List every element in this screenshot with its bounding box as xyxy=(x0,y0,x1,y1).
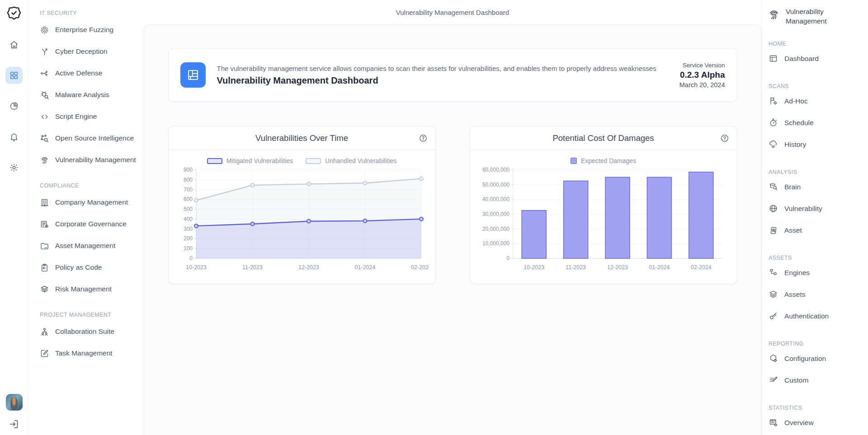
svg-text:11-2023: 11-2023 xyxy=(566,264,586,271)
settings-gear-icon xyxy=(9,163,19,173)
rightbar-item-assets[interactable]: Assets xyxy=(766,284,864,305)
svg-text:600: 600 xyxy=(183,196,192,202)
rightbar-item-vulnerability[interactable]: Vulnerability xyxy=(766,198,864,220)
svg-text:10,000,000: 10,000,000 xyxy=(482,240,509,247)
rail-bottom xyxy=(6,394,23,430)
sidebar-item-company-management[interactable]: Company Management xyxy=(40,192,139,213)
sidebar-item-vulnerability-management[interactable]: Vulnerability Management xyxy=(40,149,139,171)
sidebar-item-cyber-deception[interactable]: Cyber Deception xyxy=(40,41,139,62)
rail-item-notifications-bell[interactable] xyxy=(5,128,23,145)
svg-text:400: 400 xyxy=(183,216,192,222)
nav-item-label: Assets xyxy=(784,290,806,299)
sidebar-item-policy-as-code[interactable]: Policy as Code xyxy=(40,257,139,278)
globe-icon xyxy=(769,204,778,213)
svg-text:700: 700 xyxy=(183,187,192,193)
legend-swatch xyxy=(207,158,222,164)
fingerprint-icon xyxy=(40,155,49,165)
rightbar-item-configuration[interactable]: Configuration xyxy=(766,348,864,370)
sidebar-item-enterprise-fuzzing[interactable]: Enterprise Fuzzing xyxy=(40,19,139,41)
legend-entry: Expected Damages xyxy=(571,157,636,164)
nav-item-label: Engines xyxy=(784,269,810,277)
nav-item-label: Ad-Hoc xyxy=(784,97,808,105)
sidebar-item-asset-management[interactable]: Asset Management xyxy=(40,235,139,257)
rail-nav xyxy=(5,36,23,190)
rightbar-item-asset[interactable]: Asset xyxy=(766,220,864,241)
network-search-icon xyxy=(40,134,49,143)
database-search-icon xyxy=(769,182,778,192)
nav-item-label: Script Engine xyxy=(55,112,97,121)
fuzzing-target-icon xyxy=(40,25,49,35)
sidebar-item-corporate-governance[interactable]: Corporate Governance xyxy=(40,213,139,235)
rightbar-section-label: SCANS xyxy=(769,83,864,89)
svg-text:900: 900 xyxy=(183,167,192,173)
svg-text:500: 500 xyxy=(183,206,192,212)
sidebar-item-open-source-intelligence[interactable]: Open Source Intelligence xyxy=(40,127,139,149)
rail-item-settings-gear[interactable] xyxy=(5,159,23,176)
nav-item-label: Overview xyxy=(784,419,814,427)
sidebar-item-active-defense[interactable]: Active Defense xyxy=(40,62,139,84)
svg-text:800: 800 xyxy=(183,177,192,183)
right-sidebar-nav: HOMEDashboardSCANSAd-HocScheduleHistoryA… xyxy=(766,41,864,434)
help-icon[interactable] xyxy=(419,134,428,143)
service-version-value: 0.2.3 Alpha xyxy=(679,70,725,80)
flag-target-icon xyxy=(769,96,778,106)
pen-lines-icon xyxy=(769,375,778,385)
rail-item-apps-grid[interactable] xyxy=(5,67,23,84)
help-icon[interactable] xyxy=(720,134,729,143)
rightbar-item-ad-hoc[interactable]: Ad-Hoc xyxy=(766,90,864,112)
main-area: Vulnerability Management Dashboard The v… xyxy=(144,0,761,435)
doc-search-icon xyxy=(769,225,778,235)
chart-body: Expected Damages 010,000,00020,000,00030… xyxy=(470,150,737,273)
service-title: Vulnerability Management Dashboard xyxy=(217,75,656,86)
stopwatch-icon xyxy=(769,118,778,127)
rightbar-item-overview[interactable]: Overview xyxy=(766,412,864,434)
rail-item-pie-chart[interactable] xyxy=(5,98,23,115)
rightbar-section-label: ASSETS xyxy=(769,255,864,261)
svg-text:02-2024: 02-2024 xyxy=(411,264,429,271)
version-block: Service Version 0.2.3 Alpha March 20, 20… xyxy=(679,62,725,89)
sidebar-section-label: COMPLIANCE xyxy=(40,182,139,189)
sidebar-item-malware-analysis[interactable]: Malware Analysis xyxy=(40,84,139,106)
legend-label: Expected Damages xyxy=(581,157,636,164)
app-root: IT SECURITYEnterprise FuzzingCyber Decep… xyxy=(0,0,868,435)
legend-entry: Unhandled Vulnerabilities xyxy=(306,157,396,164)
svg-text:12-2023: 12-2023 xyxy=(607,264,628,271)
rightbar-item-authentication[interactable]: Authentication xyxy=(766,305,864,327)
nav-item-label: Corporate Governance xyxy=(55,220,127,228)
svg-text:100: 100 xyxy=(183,245,192,252)
user-avatar[interactable] xyxy=(6,394,23,411)
svg-text:11-2023: 11-2023 xyxy=(242,264,263,271)
nav-item-label: Malware Analysis xyxy=(55,91,109,99)
svg-text:20,000,000: 20,000,000 xyxy=(482,226,509,232)
rightbar-item-schedule[interactable]: Schedule xyxy=(766,112,864,134)
topbar: Vulnerability Management Dashboard xyxy=(144,0,761,25)
sidebar-item-collaboration-suite[interactable]: Collaboration Suite xyxy=(40,321,139,342)
nav-item-label: Risk Management xyxy=(55,285,112,293)
svg-text:02-2024: 02-2024 xyxy=(690,264,711,271)
nav-item-label: Task Management xyxy=(55,349,113,357)
sidebar-item-risk-management[interactable]: Risk Management xyxy=(40,278,139,300)
svg-text:10-2023: 10-2023 xyxy=(524,264,544,271)
chart-header: Potential Cost Of Damages xyxy=(470,126,737,150)
nav-item-label: Active Defense xyxy=(55,69,102,77)
rightbar-item-brain[interactable]: Brain xyxy=(766,176,864,198)
svg-text:60,000,000: 60,000,000 xyxy=(482,167,509,173)
bar-chart: 010,000,00020,000,00030,000,00040,000,00… xyxy=(476,164,731,273)
svg-text:200: 200 xyxy=(183,235,192,242)
svg-text:50,000,000: 50,000,000 xyxy=(482,182,509,188)
page-title: Vulnerability Management Dashboard xyxy=(396,9,509,16)
logout-icon[interactable] xyxy=(9,419,19,430)
chart-gear-icon xyxy=(769,418,778,427)
rightbar-item-custom[interactable]: Custom xyxy=(766,370,864,391)
rightbar-item-dashboard[interactable]: Dashboard xyxy=(766,48,864,70)
list-gear-icon xyxy=(40,220,49,229)
sidebar-item-task-management[interactable]: Task Management xyxy=(40,342,139,364)
sidebar-item-script-engine[interactable]: Script Engine xyxy=(40,106,139,127)
chart-legend: Expected Damages xyxy=(476,157,731,164)
rail-item-home[interactable] xyxy=(5,36,23,53)
rightbar-item-engines[interactable]: Engines xyxy=(766,262,864,284)
rightbar-item-history[interactable]: History xyxy=(766,134,864,155)
icon-rail xyxy=(0,0,28,435)
office-building-icon xyxy=(40,198,49,207)
branch-deception-icon xyxy=(40,47,49,56)
